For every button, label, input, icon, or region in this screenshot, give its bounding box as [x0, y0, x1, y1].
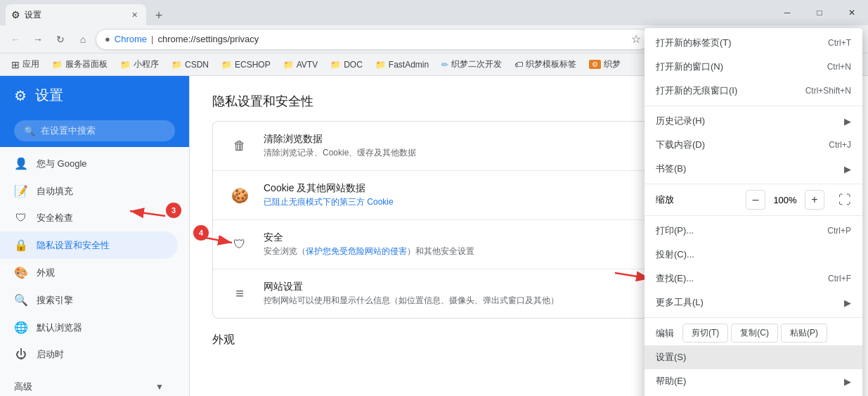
menu-incognito[interactable]: 打开新的无痕窗口(I) Ctrl+Shift+N: [644, 79, 862, 103]
person-icon: 👤: [14, 157, 28, 170]
bookmarks-apps[interactable]: ⊞ 应用: [6, 56, 45, 72]
menu-divider-3: [644, 215, 862, 216]
sidebar-item-autofill[interactable]: 📝 自动填充: [0, 177, 178, 205]
chrome-label: Chrome: [115, 34, 147, 44]
sidebar: ⚙ 设置 🔍 在设置中搜索 👤 您与 Google 📝 自动填充 🛡 安全检查: [0, 76, 190, 396]
menu-more-tools[interactable]: 更多工具(L) ▶: [644, 290, 862, 314]
bookmark-dreamweave-tags[interactable]: 🏷 织梦模板标签: [509, 56, 582, 72]
submenu-arrow-icon: ▶: [844, 164, 851, 174]
menu-settings[interactable]: 设置(S): [644, 345, 862, 369]
folder-icon: 📁: [330, 60, 341, 70]
close-button[interactable]: ✕: [836, 0, 868, 25]
menu-print-shortcut: Ctrl+P: [827, 226, 851, 236]
bookmark-label: 织梦二次开发: [451, 58, 502, 70]
tab-close-button[interactable]: ✕: [128, 8, 141, 21]
submenu-arrow-icon: ▶: [844, 116, 851, 127]
active-tab[interactable]: ⚙ 设置 ✕: [6, 4, 146, 25]
zoom-label: 缩放: [656, 193, 740, 206]
titlebar: ⚙ 设置 ✕ + ─ □ ✕: [0, 0, 868, 25]
nav-label: 搜索引擎: [37, 294, 73, 307]
menu-divider-1: [644, 106, 862, 106]
menu-find[interactable]: 查找(E)... Ctrl+F: [644, 267, 862, 290]
sidebar-item-google[interactable]: 👤 您与 Google: [0, 150, 178, 177]
menu-history[interactable]: 历史记录(H) ▶: [644, 109, 862, 133]
bookmark-star-button[interactable]: ☆: [631, 32, 641, 46]
menu-new-tab[interactable]: 打开新的标签页(T) Ctrl+T: [644, 31, 862, 55]
new-tab-button[interactable]: +: [149, 6, 169, 25]
sidebar-item-search[interactable]: 🔍 搜索引擎: [0, 286, 178, 314]
sidebar-item-startup[interactable]: ⏻ 启动时: [0, 341, 178, 368]
tag-icon: 🏷: [514, 60, 523, 70]
lock-icon: 🔒: [14, 238, 28, 252]
cut-button[interactable]: 剪切(T): [682, 324, 728, 343]
menu-new-window-label: 打开新的窗口(N): [656, 60, 822, 73]
shield-check-icon: 🛡: [14, 212, 28, 224]
forward-button[interactable]: →: [28, 30, 48, 49]
apps-grid-icon: ⊞: [11, 59, 20, 70]
sidebar-search-wrap[interactable]: 🔍 在设置中搜索: [14, 120, 175, 141]
folder-icon: 📁: [120, 60, 131, 70]
bookmark-avtv[interactable]: 📁 AVTV: [278, 58, 323, 72]
refresh-button[interactable]: ↻: [51, 30, 70, 49]
back-button[interactable]: ←: [6, 30, 25, 49]
sidebar-item-privacy[interactable]: 🔒 隐私设置和安全性: [0, 231, 178, 259]
sidebar-item-default-browser[interactable]: 🌐 默认浏览器: [0, 314, 178, 341]
bookmark-dreamweave[interactable]: ⚙ 织梦: [583, 56, 626, 72]
autofill-icon: 📝: [14, 184, 28, 198]
sidebar-header-area: ⚙ 设置: [0, 76, 189, 115]
bookmark-server[interactable]: 📁 服务器面板: [46, 56, 113, 72]
safe-browsing-link[interactable]: 保护您免受危险网站的侵害: [306, 246, 407, 256]
minimize-button[interactable]: ─: [771, 0, 803, 25]
menu-downloads[interactable]: 下载内容(D) Ctrl+J: [644, 133, 862, 157]
search-icon: 🔍: [14, 293, 28, 307]
folder-icon: 📁: [375, 60, 386, 70]
bookmark-csdn[interactable]: 📁 CSDN: [166, 58, 214, 72]
tab-bar: ⚙ 设置 ✕ +: [0, 0, 771, 25]
search-icon: 🔍: [24, 126, 35, 136]
folder-icon: 📁: [221, 60, 232, 70]
fullscreen-button[interactable]: ⛶: [838, 193, 851, 207]
browser-icon: 🌐: [14, 321, 28, 334]
nav-label: 默认浏览器: [37, 321, 82, 334]
sidebar-search-box: 🔍 在设置中搜索: [0, 115, 189, 147]
sidebar-item-advanced[interactable]: 高级 ▼: [0, 373, 178, 396]
menu-bookmarks-label: 书签(B): [656, 162, 838, 175]
bookmark-miniprogram[interactable]: 📁 小程序: [115, 56, 164, 72]
zoom-increase-button[interactable]: +: [805, 190, 824, 210]
menu-new-window-shortcut: Ctrl+N: [827, 62, 851, 72]
zoom-decrease-button[interactable]: –: [746, 190, 765, 210]
bookmark-label: CSDN: [185, 60, 209, 70]
sidebar-nav: 👤 您与 Google 📝 自动填充 🛡 安全检查 🔒 隐私设置和安全性 🎨 外…: [0, 147, 189, 396]
restore-button[interactable]: □: [803, 0, 836, 25]
home-button[interactable]: ⌂: [73, 30, 93, 49]
menu-incognito-label: 打开新的无痕窗口(I): [656, 84, 800, 97]
chrome-menu: 打开新的标签页(T) Ctrl+T 打开新的窗口(N) Ctrl+N 打开新的无…: [644, 28, 862, 396]
menu-help[interactable]: 帮助(E) ▶: [644, 369, 862, 393]
menu-bookmarks[interactable]: 书签(B) ▶: [644, 157, 862, 181]
zoom-value: 100%: [771, 195, 799, 205]
omnibox[interactable]: ● Chrome | chrome://settings/privacy ☆: [96, 29, 650, 50]
menu-print[interactable]: 打印(P)... Ctrl+P: [644, 219, 862, 243]
menu-cast[interactable]: 投射(C)...: [644, 243, 862, 267]
secure-icon: ●: [105, 34, 110, 44]
menu-new-window[interactable]: 打开新的窗口(N) Ctrl+N: [644, 55, 862, 79]
paste-button[interactable]: 粘贴(P): [781, 324, 827, 343]
menu-downloads-shortcut: Ctrl+J: [829, 140, 851, 150]
bookmark-dreamweave-dev[interactable]: ✏ 织梦二次开发: [436, 56, 507, 72]
nav-label: 外观: [37, 267, 55, 279]
bookmark-doc[interactable]: 📁 DOC: [325, 58, 368, 72]
menu-divider-2: [644, 184, 862, 184]
bookmark-fastadmin[interactable]: 📁 FastAdmin: [370, 58, 434, 72]
trash-icon: 🗑: [227, 134, 252, 159]
sidebar-item-safety[interactable]: 🛡 安全检查: [0, 205, 178, 231]
security-shield-icon: 🛡: [227, 232, 252, 257]
cookie-icon: 🍪: [227, 183, 252, 208]
bookmark-ecshop[interactable]: 📁 ECSHOP: [216, 58, 276, 72]
bookmark-label: ECSHOP: [235, 60, 271, 70]
menu-downloads-label: 下载内容(D): [656, 139, 823, 151]
menu-find-label: 查找(E)...: [656, 272, 822, 285]
zoom-controls: – 100% +: [746, 190, 824, 210]
sidebar-item-appearance[interactable]: 🎨 外观: [0, 259, 178, 286]
copy-button[interactable]: 复制(C): [731, 324, 778, 343]
nav-label: 您与 Google: [37, 158, 87, 170]
